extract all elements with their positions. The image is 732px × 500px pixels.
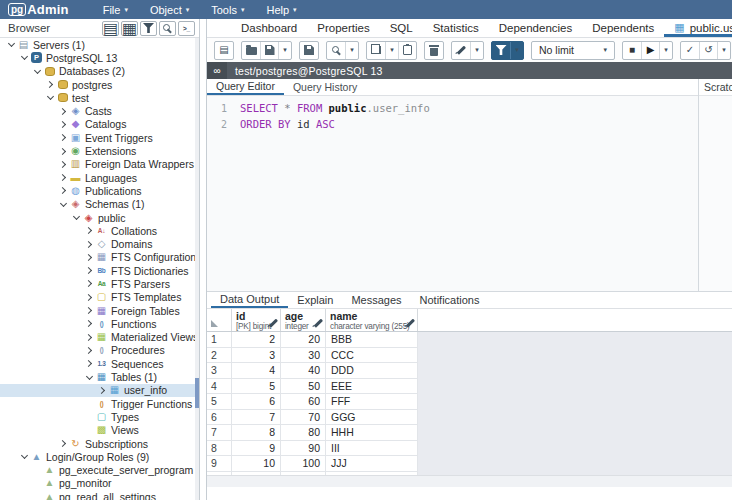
row-number-cell[interactable]: 5: [207, 394, 232, 409]
tab-properties[interactable]: Properties: [307, 19, 379, 37]
tree-item-test[interactable]: test: [0, 91, 199, 104]
tree-item-fts-parsers[interactable]: AaFTS Parsers: [0, 277, 199, 290]
tree-expander[interactable]: [58, 135, 69, 140]
select-all-cell[interactable]: [207, 309, 232, 331]
tree-item-collations[interactable]: A↓Collations: [0, 224, 199, 237]
cell-id[interactable]: 5: [232, 379, 281, 394]
tree-item-domains[interactable]: ◇Domains: [0, 237, 199, 250]
caret-down-button[interactable]: ▾: [510, 42, 523, 59]
tree-expander[interactable]: [58, 109, 69, 114]
tab-notifications[interactable]: Notifications: [411, 292, 489, 308]
filter-button[interactable]: [492, 42, 510, 59]
cell-name[interactable]: DDD: [326, 363, 418, 378]
menu-tools[interactable]: Tools▾: [211, 4, 244, 16]
tree-expander[interactable]: [19, 56, 30, 59]
cell-age[interactable]: 90: [281, 441, 326, 456]
cell-name[interactable]: BBB: [326, 332, 418, 347]
tab-dependencies[interactable]: Dependencies: [489, 19, 583, 37]
tree-item-schemas-1[interactable]: ◈Schemas (1): [0, 198, 199, 211]
tree-expander[interactable]: [84, 308, 95, 313]
sql-editor[interactable]: 1SELECT * FROM public.user_info2ORDER BY…: [207, 96, 698, 291]
tab-messages[interactable]: Messages: [342, 292, 410, 308]
cell-id[interactable]: 9: [232, 441, 281, 456]
cell-age[interactable]: 20: [281, 332, 326, 347]
edit-column-icon[interactable]: [317, 314, 320, 332]
tree-item-publications[interactable]: ◍Publications: [0, 184, 199, 197]
cell-name[interactable]: III: [326, 441, 418, 456]
tab-statistics[interactable]: Statistics: [423, 19, 489, 37]
column-header-age[interactable]: ageinteger: [281, 309, 326, 331]
edit-column-icon[interactable]: [272, 314, 275, 332]
view-data-button[interactable]: ▦: [121, 21, 138, 36]
edit-button[interactable]: [452, 42, 470, 59]
tree-item-trigger-functions[interactable]: ()Trigger Functions: [0, 397, 199, 410]
execute-button[interactable]: ▶: [641, 42, 659, 59]
tree-item-sequences[interactable]: 1.3Sequences: [0, 357, 199, 370]
tree-expander[interactable]: [84, 361, 95, 366]
row-limit-select[interactable]: No limit▾: [531, 41, 615, 60]
tree-item-views[interactable]: ▩Views: [0, 424, 199, 437]
cell-age[interactable]: 30: [281, 348, 326, 363]
column-header-name[interactable]: namecharacter varying (255): [326, 309, 418, 331]
copy-button[interactable]: [367, 42, 385, 59]
row-number-cell[interactable]: 2: [207, 348, 232, 363]
tree-item-pg-read-all-settings[interactable]: ▲pg_read_all_settings: [0, 490, 199, 500]
cell-age[interactable]: 70: [281, 410, 326, 425]
caret-down-button[interactable]: ▾: [345, 42, 358, 59]
menu-object[interactable]: Object▾: [150, 4, 189, 16]
cell-id[interactable]: 3: [232, 348, 281, 363]
tree-expander[interactable]: [84, 376, 95, 379]
caret-down-button[interactable]: ▾: [278, 42, 291, 59]
cell-name[interactable]: EEE: [326, 379, 418, 394]
search-objects-button[interactable]: [159, 21, 176, 36]
cell-id[interactable]: 2: [232, 332, 281, 347]
cell-name[interactable]: GGG: [326, 410, 418, 425]
cell-name[interactable]: JJJ: [326, 456, 418, 471]
tree-item-servers-1[interactable]: ▤Servers (1): [0, 38, 199, 51]
tree-expander[interactable]: [58, 149, 69, 154]
caret-down-button[interactable]: ▾: [470, 42, 483, 59]
row-number-cell[interactable]: 4: [207, 379, 232, 394]
caret-down-button[interactable]: ▾: [385, 42, 398, 59]
tree-item-extensions[interactable]: ◉Extensions: [0, 144, 199, 157]
find-button[interactable]: [327, 42, 345, 59]
tree-item-foreign-tables[interactable]: ▦Foreign Tables: [0, 304, 199, 317]
tree-expander[interactable]: [71, 216, 82, 219]
tree-expander[interactable]: [84, 228, 95, 233]
tree-expander[interactable]: [84, 242, 95, 247]
cell-age[interactable]: 100: [281, 456, 326, 471]
tree-expander[interactable]: [84, 321, 95, 326]
tree-item-postgresql-13[interactable]: PPostgreSQL 13: [0, 51, 199, 64]
row-number-cell[interactable]: 6: [207, 410, 232, 425]
tree-item-fts-configurations[interactable]: ▦FTS Configurations: [0, 251, 199, 264]
tree-expander[interactable]: [84, 255, 95, 260]
menu-help[interactable]: Help▾: [266, 4, 296, 16]
new-query-tool-button[interactable]: ▤: [215, 42, 233, 59]
tree-item-tables-1[interactable]: ▦Tables (1): [0, 370, 199, 383]
tree-item-postgres[interactable]: postgres: [0, 78, 199, 91]
tree-expander[interactable]: [45, 82, 56, 87]
commit-button[interactable]: ✓: [681, 42, 699, 59]
tree-item-databases-2[interactable]: Databases (2): [0, 65, 199, 78]
caret-down-button[interactable]: ▾: [717, 42, 730, 59]
cell-age[interactable]: 60: [281, 394, 326, 409]
cell-age[interactable]: 40: [281, 363, 326, 378]
cell-name[interactable]: HHH: [326, 425, 418, 440]
row-number-cell[interactable]: 7: [207, 425, 232, 440]
tree-expander[interactable]: [97, 388, 108, 393]
edit-column-icon[interactable]: [409, 314, 412, 332]
sidebar-scrollbar-thumb[interactable]: [195, 378, 199, 408]
tab-explain[interactable]: Explain: [288, 292, 342, 308]
tree-expander[interactable]: [58, 441, 69, 446]
tree-expander[interactable]: [58, 188, 69, 193]
menu-file[interactable]: File▾: [103, 4, 128, 16]
tab-dashboard[interactable]: Dashboard: [231, 19, 307, 37]
cell-id[interactable]: 7: [232, 410, 281, 425]
tab-query-editor[interactable]: Query Editor: [207, 79, 284, 95]
sidebar-scrollbar[interactable]: [195, 38, 199, 500]
tree-item-languages[interactable]: ▬Languages: [0, 171, 199, 184]
cell-age[interactable]: 80: [281, 425, 326, 440]
tree-expander[interactable]: [32, 70, 43, 73]
tree-item-functions[interactable]: ()Functions: [0, 317, 199, 330]
tree-expander[interactable]: [84, 348, 95, 353]
